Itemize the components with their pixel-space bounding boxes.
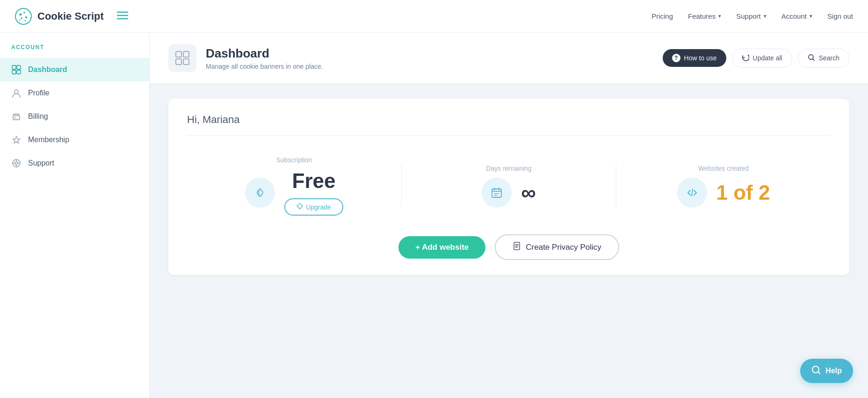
sidebar-item-dashboard[interactable]: Dashboard — [0, 58, 149, 81]
dashboard-card: Hi, Mariana Subscription — [168, 99, 849, 275]
dashboard-icon — [11, 65, 22, 75]
membership-icon — [11, 135, 22, 145]
pricing-link[interactable]: Pricing — [651, 12, 673, 20]
sidebar-label-support: Support — [28, 159, 54, 167]
stats-row: Subscription Free — [187, 149, 831, 231]
svg-point-6 — [19, 19, 20, 20]
svg-point-3 — [25, 16, 27, 18]
sidebar-label-billing: Billing — [28, 112, 48, 121]
main-content: Dashboard Manage all cookie banners in o… — [150, 33, 868, 398]
how-to-use-button[interactable]: ? How to use — [663, 49, 726, 67]
question-icon: ? — [672, 54, 680, 62]
svg-rect-26 — [183, 59, 189, 65]
cookie-script-logo-icon — [15, 8, 32, 25]
subscription-icon — [245, 178, 275, 208]
account-link[interactable]: Account — [781, 12, 812, 20]
create-privacy-policy-button[interactable]: Create Privacy Policy — [495, 234, 619, 260]
svg-line-28 — [812, 58, 814, 60]
sidebar-label-membership: Membership — [28, 136, 69, 144]
svg-rect-15 — [13, 116, 20, 120]
svg-rect-12 — [12, 70, 16, 74]
svg-point-18 — [15, 162, 18, 165]
stat-websites-created: Websites created 1 of 2 — [616, 165, 831, 208]
dashboard-header: Dashboard Manage all cookie banners in o… — [150, 33, 868, 84]
page-layout: ACCOUNT Dashboard Profile — [0, 33, 868, 398]
svg-point-2 — [23, 12, 25, 14]
document-icon — [513, 242, 521, 253]
svg-rect-23 — [176, 51, 181, 57]
nav-right-links: Pricing Features Support Account Sign ou… — [651, 12, 853, 20]
stat-days-remaining: Days remaining — [401, 165, 616, 208]
stat-subscription: Subscription Free — [187, 156, 401, 216]
sidebar-label-profile: Profile — [28, 89, 49, 97]
svg-point-1 — [20, 13, 22, 15]
dashboard-text-area: Dashboard Manage all cookie banners in o… — [206, 46, 323, 70]
svg-rect-13 — [17, 70, 21, 74]
sidebar-item-billing[interactable]: Billing — [0, 105, 149, 128]
svg-point-5 — [25, 20, 26, 21]
svg-point-14 — [14, 90, 18, 94]
support-icon — [11, 158, 22, 168]
sidebar-item-profile[interactable]: Profile — [0, 81, 149, 105]
days-remaining-label: Days remaining — [486, 165, 531, 172]
sidebar: ACCOUNT Dashboard Profile — [0, 33, 150, 398]
content-area: Hi, Mariana Subscription — [150, 84, 868, 290]
days-remaining-value: ∞ — [521, 181, 535, 204]
diamond-icon — [297, 203, 303, 211]
subscription-label: Subscription — [276, 156, 312, 164]
greeting-text: Hi, Mariana — [187, 114, 831, 136]
help-search-icon — [811, 365, 821, 376]
update-all-button[interactable]: Update all — [732, 49, 792, 68]
subscription-value: Free — [292, 169, 336, 193]
profile-icon — [11, 88, 22, 98]
support-link[interactable]: Support — [736, 12, 767, 20]
svg-rect-11 — [17, 65, 21, 69]
sidebar-label-dashboard: Dashboard — [28, 65, 67, 74]
dashboard-action-buttons: ? How to use Update all — [663, 49, 849, 68]
refresh-icon — [742, 54, 749, 63]
billing-icon — [11, 111, 22, 122]
subscription-value-section: Free Upgrade — [284, 169, 343, 216]
dashboard-subtitle: Manage all cookie banners in one place. — [206, 63, 323, 70]
hamburger-icon[interactable] — [117, 11, 128, 22]
svg-point-4 — [21, 17, 22, 19]
svg-point-0 — [15, 8, 31, 24]
sidebar-section-title: ACCOUNT — [0, 44, 149, 58]
svg-rect-10 — [12, 65, 16, 69]
dashboard-title: Dashboard — [206, 46, 323, 61]
top-navigation: Cookie Script Pricing Features Support A… — [0, 0, 868, 33]
add-website-button[interactable]: + Add website — [398, 236, 485, 259]
search-button[interactable]: Search — [798, 49, 849, 68]
features-link[interactable]: Features — [688, 12, 721, 20]
dashboard-icon-box — [168, 44, 196, 72]
websites-created-label: Websites created — [698, 165, 749, 172]
code-icon — [677, 178, 707, 208]
svg-line-41 — [818, 372, 820, 374]
logo-area: Cookie Script — [15, 8, 128, 25]
signout-link[interactable]: Sign out — [827, 12, 853, 20]
svg-rect-29 — [492, 189, 501, 197]
dashboard-title-area: Dashboard Manage all cookie banners in o… — [168, 44, 323, 72]
websites-created-value: 1 of 2 — [716, 181, 770, 204]
svg-rect-25 — [176, 59, 181, 65]
svg-rect-24 — [183, 51, 189, 57]
brand-name: Cookie Script — [37, 10, 104, 22]
calendar-icon — [482, 178, 512, 208]
help-button[interactable]: Help — [800, 359, 853, 383]
action-buttons: + Add website Create Privacy Policy — [187, 231, 831, 260]
upgrade-button[interactable]: Upgrade — [284, 198, 343, 216]
svg-line-35 — [692, 189, 693, 196]
search-icon — [808, 54, 815, 63]
sidebar-item-support[interactable]: Support — [0, 152, 149, 175]
sidebar-item-membership[interactable]: Membership — [0, 128, 149, 152]
